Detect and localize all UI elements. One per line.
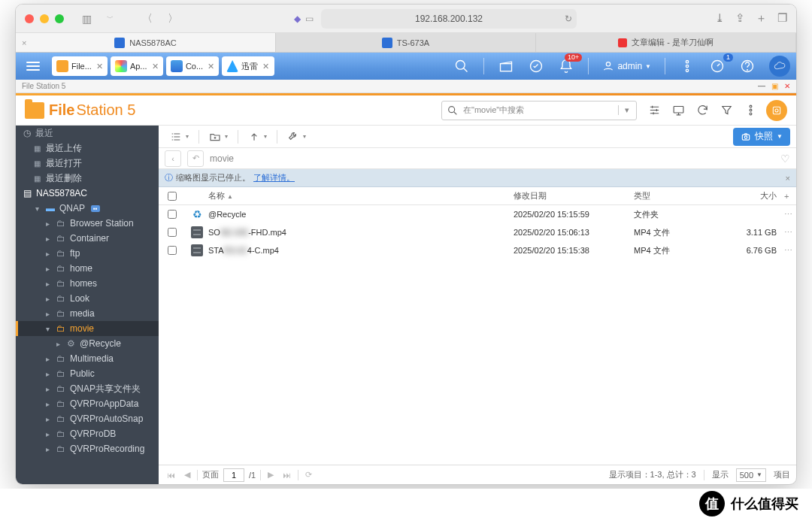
select-all-checkbox[interactable] [168,192,177,201]
reload-icon[interactable]: ↻ [565,14,572,24]
row-checkbox[interactable] [168,210,177,219]
help-icon[interactable] [739,58,756,74]
col-add-icon[interactable]: + [784,192,796,201]
sidebar-folder[interactable]: ▸🗀QVRProDB [16,426,159,441]
search-icon[interactable] [453,58,470,74]
snapshot-button[interactable]: 快照▼ [733,128,790,146]
remote-icon[interactable] [670,102,686,119]
nav-up-button[interactable]: ↶ [187,150,204,167]
qts-tab-appcenter[interactable]: Ap... ✕ [111,56,163,76]
more-icon[interactable] [679,58,695,74]
file-row[interactable]: ♻ @Recycle 2025/02/20 15:15:59 文件夹 ⋯ [159,205,796,223]
row-more-icon[interactable]: ⋯ [784,246,796,256]
first-page-icon[interactable]: ⏮ [165,471,177,480]
close-tab-icon[interactable]: × [22,38,26,47]
sidebar-folder[interactable]: ▸🗀Look [16,291,159,306]
col-date[interactable]: 修改日期 [514,190,634,201]
qts-tab-container[interactable]: Co... ✕ [166,56,219,76]
newtab-icon[interactable]: ＋ [756,11,767,26]
user-menu[interactable]: admin ▼ [602,60,651,72]
dashboard-icon[interactable]: 1 [709,58,726,74]
nav-back-icon[interactable]: 〈 [138,11,157,27]
tabs-icon[interactable]: ❐ [777,11,787,26]
sidebar-folder[interactable]: ▸🗀QVRProAppData [16,396,159,411]
row-checkbox[interactable] [168,246,177,255]
sidebar-folder[interactable]: ▸🗀ftp [16,246,159,261]
maximize-window[interactable] [55,14,64,23]
sidebar-folder[interactable]: ▸🗀Browser Station [16,216,159,231]
sidebar-folder[interactable]: ▸🗀QNAP共享文件夹 [16,381,159,396]
task-icon[interactable] [528,58,544,74]
sidebar-folder[interactable]: ▾🗀movie [16,321,159,336]
cloud-icon[interactable] [769,56,790,77]
tools-button[interactable] [282,129,311,145]
tracker-icon[interactable]: ◆ [294,14,301,24]
minimize-window[interactable] [40,14,49,23]
sidebar-toggle-icon[interactable]: ▥ [77,11,96,26]
last-page-icon[interactable]: ⏭ [280,471,293,480]
sidebar-folder[interactable]: ▸🗀QVRProAutoSnap [16,411,159,426]
page-input[interactable] [223,468,244,482]
banner-link[interactable]: 了解详情。 [253,172,295,183]
sidebar-folder[interactable]: ▸🗀home [16,261,159,276]
more-vert-icon[interactable] [742,102,759,119]
sidebar-folder[interactable]: ▸🗀Container [16,231,159,246]
filter-icon[interactable] [718,102,735,119]
nav-forward-icon[interactable]: 〉 [163,11,183,27]
upload-button[interactable] [243,129,272,145]
col-type[interactable]: 类型 [634,190,724,201]
view-mode-button[interactable] [165,129,194,145]
row-more-icon[interactable]: ⋯ [784,228,796,238]
browser-tab[interactable]: TS-673A [276,33,536,52]
banner-close-icon[interactable]: × [786,174,790,183]
qts-tab-filestation[interactable]: File... ✕ [52,56,108,76]
sidebar-folder[interactable]: ▸🗀QVRProRecording [16,441,159,456]
site-menu-icon[interactable]: ▭ [305,14,314,24]
dropdown-icon[interactable]: ﹀ [102,12,118,25]
nav-back-button[interactable]: ‹ [165,150,181,167]
search-dropdown-icon[interactable]: ▾ [618,105,632,115]
settings-icon[interactable] [766,100,787,121]
create-button[interactable] [204,129,233,145]
close-icon[interactable]: ✕ [208,62,214,71]
favorite-icon[interactable]: ♡ [780,153,790,165]
page-size-select[interactable]: 500▼ [736,468,766,482]
sidebar-recycle[interactable]: ▸⚙@Recycle [16,336,159,351]
row-more-icon[interactable]: ⋯ [784,210,796,220]
sb-volume[interactable]: ▾▬QNAP▪▪ [16,201,159,216]
win-min-icon[interactable]: — [758,82,765,90]
menu-icon[interactable] [22,62,44,71]
sidebar-folder[interactable]: ▸🗀Public [16,366,159,381]
share-icon[interactable]: ⇪ [735,11,745,26]
sidebar-folder[interactable]: ▸🗀Multimedia [16,351,159,366]
prev-page-icon[interactable]: ◀ [182,470,192,480]
sb-recent-delete[interactable]: ▦最近删除 [16,171,159,186]
download-icon[interactable]: ⤓ [715,11,725,26]
row-checkbox[interactable] [168,228,177,237]
refresh-icon[interactable] [694,102,710,119]
file-row[interactable]: STARS-824-C.mp4 2025/02/20 15:15:38 MP4 … [159,241,796,259]
win-close-icon[interactable]: ✕ [784,82,790,90]
browser-tab[interactable]: × NAS5878AC [16,33,276,52]
clapper-icon[interactable] [498,58,514,74]
network-icon[interactable] [646,102,662,119]
file-row[interactable]: SONE-045-FHD.mp4 2025/02/20 15:06:13 MP4… [159,223,796,241]
browser-tab[interactable]: 文章编辑 - 是羊刀仙啊 [536,33,796,52]
notification-icon[interactable]: 10+ [558,58,574,74]
refresh-page-icon[interactable]: ⟳ [303,470,314,480]
address-bar[interactable]: ◆ ▭ 192.168.200.132 ↻ [321,9,577,29]
sidebar-folder[interactable]: ▸🗀media [16,306,159,321]
close-window[interactable] [25,14,34,23]
sb-nas[interactable]: ▤NAS5878AC [16,186,159,201]
sb-recent-open[interactable]: ▦最近打开 [16,156,159,171]
close-icon[interactable]: ✕ [152,62,159,71]
col-size[interactable]: 大小 [724,190,784,201]
qts-tab-xunlei[interactable]: 迅雷 ✕ [222,56,274,76]
breadcrumb[interactable]: movie [210,153,234,164]
col-name[interactable]: 名称 ▲ [208,190,514,201]
sb-recent-upload[interactable]: ▦最近上传 [16,141,159,156]
sb-recent[interactable]: ◷最近 [16,126,159,141]
close-icon[interactable]: ✕ [262,62,269,71]
close-icon[interactable]: ✕ [96,62,103,71]
sidebar-folder[interactable]: ▸🗀homes [16,276,159,291]
